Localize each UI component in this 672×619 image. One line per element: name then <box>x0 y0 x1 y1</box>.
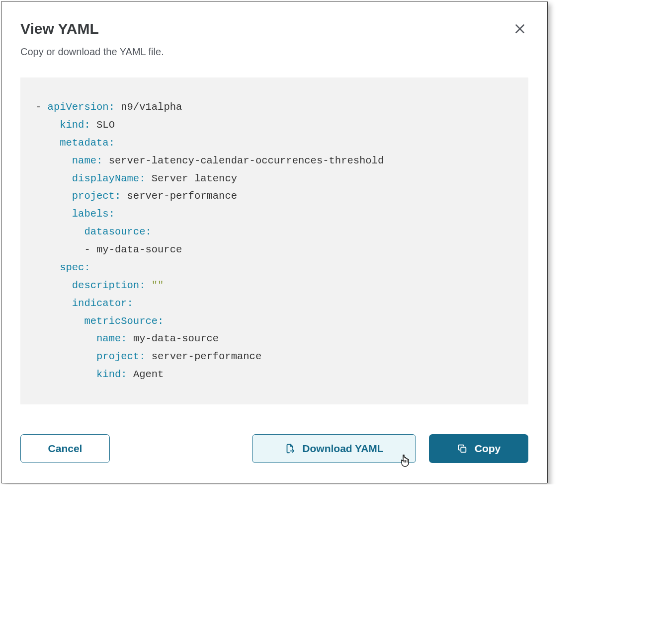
close-button[interactable] <box>511 20 528 39</box>
file-export-icon <box>284 443 295 454</box>
svg-rect-0 <box>461 447 466 452</box>
cancel-button[interactable]: Cancel <box>20 434 110 463</box>
view-yaml-modal: View YAML Copy or download the YAML file… <box>1 1 548 483</box>
copy-icon <box>457 443 468 454</box>
yaml-code-block[interactable]: - apiVersion: n9/v1alpha kind: SLO metad… <box>20 77 528 404</box>
download-button-label: Download YAML <box>302 443 383 455</box>
cancel-button-label: Cancel <box>48 443 83 455</box>
copy-button[interactable]: Copy <box>429 434 528 463</box>
download-yaml-button[interactable]: Download YAML <box>252 434 416 463</box>
modal-header: View YAML Copy or download the YAML file… <box>20 20 528 77</box>
close-icon <box>513 22 526 35</box>
modal-footer: Cancel Download YAML Copy <box>20 434 528 463</box>
modal-subtitle: Copy or download the YAML file. <box>20 46 164 58</box>
copy-button-label: Copy <box>475 443 501 455</box>
footer-right-group: Download YAML Copy <box>252 434 528 463</box>
modal-title: View YAML <box>20 20 164 37</box>
